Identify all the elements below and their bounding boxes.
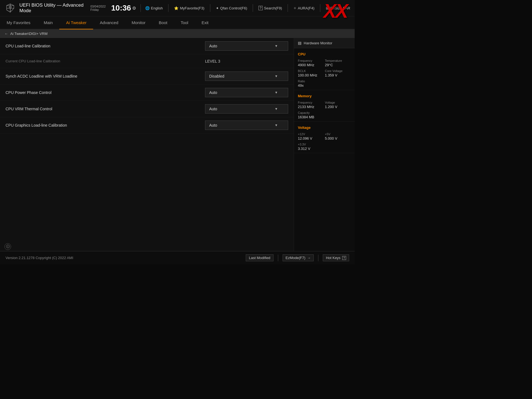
search-label: Search(F9) xyxy=(264,6,282,10)
breadcrumb: ← Ai Tweaker\DIGI+ VRM xyxy=(0,29,355,38)
ctrl-divider-3 xyxy=(253,4,253,12)
cpu-ratio-value: 49x xyxy=(298,83,324,88)
cpu-temperature-block: Temperature 29°C xyxy=(325,59,351,67)
cpu-power-phase-dropdown[interactable]: Auto ▼ xyxy=(205,88,288,97)
cpu-vrm-thermal-value: Auto xyxy=(209,107,217,111)
mem-capacity-block: Capacity 16384 MB xyxy=(298,111,324,119)
qfan-control[interactable]: ✦ Qfan Control(F6) xyxy=(216,6,247,10)
v12-label: +12V xyxy=(298,132,324,136)
monitor-icon: ▤ xyxy=(298,41,301,45)
content-wrapper: CPU Load-line Calibration Auto ▼ Current… xyxy=(0,38,355,251)
aura-label: AURA(F4) xyxy=(298,6,314,10)
myfavorite-label: MyFavorite(F3) xyxy=(180,6,204,10)
rog-logo: XX xyxy=(316,0,355,22)
nav-advanced[interactable]: Advanced xyxy=(93,16,125,29)
search-icon: ? xyxy=(259,6,263,10)
synch-acdc-select[interactable]: Disabled ▼ xyxy=(205,71,288,81)
header-divider xyxy=(140,4,141,12)
info-icon-area: ⓘ xyxy=(4,243,11,250)
nav-monitor[interactable]: Monitor xyxy=(125,16,152,29)
qfan-label: Qfan Control(F6) xyxy=(220,6,247,10)
fan-icon: ✦ xyxy=(216,6,219,10)
v5-block: +5V 5.000 V xyxy=(325,132,351,140)
ezmode-icon: → xyxy=(307,256,311,260)
mem-voltage-block: Voltage 1.200 V xyxy=(325,101,351,109)
navbar: My Favorites Main Ai Tweaker Advanced Mo… xyxy=(0,16,355,29)
mem-capacity-value: 16384 MB xyxy=(298,115,324,119)
nav-my-favorites[interactable]: My Favorites xyxy=(0,16,37,29)
footer-divider-1 xyxy=(278,255,278,261)
cpu-bclk-label: BCLK xyxy=(298,69,324,73)
breadcrumb-back-button[interactable]: ← xyxy=(4,32,8,36)
synch-acdc-value: Disabled xyxy=(209,74,224,78)
setting-row-cpu-graphics-loadline: CPU Graphics Load-line Calibration Auto … xyxy=(0,117,294,134)
header: UEFI BIOS Utility — Advanced Mode 03/04/… xyxy=(0,0,355,16)
last-modified-button[interactable]: Last Modified xyxy=(246,254,273,261)
cpu-vrm-thermal-dropdown[interactable]: Auto ▼ xyxy=(205,104,288,114)
settings-panel: CPU Load-line Calibration Auto ▼ Current… xyxy=(0,38,294,251)
cpu-loadline-cal-select[interactable]: Auto ▼ xyxy=(205,41,288,51)
svg-rect-1 xyxy=(9,6,12,8)
cpu-graphics-loadline-label: CPU Graphics Load-line Calibration xyxy=(6,123,205,127)
mem-frequency-value: 2133 MHz xyxy=(298,105,324,109)
nav-exit[interactable]: Exit xyxy=(195,16,215,29)
ctrl-divider-4 xyxy=(288,4,288,12)
search-control[interactable]: ? Search(F9) xyxy=(259,6,282,10)
current-loadline-label: Current CPU Load-line Calibration xyxy=(6,59,205,63)
cpu-loadline-cal-dropdown[interactable]: Auto ▼ xyxy=(205,41,288,51)
info-button[interactable]: ⓘ xyxy=(4,243,11,250)
nav-boot[interactable]: Boot xyxy=(152,16,174,29)
dropdown-arrow-1: ▼ xyxy=(275,44,278,48)
cpu-power-phase-select[interactable]: Auto ▼ xyxy=(205,88,288,97)
v5-value: 5.000 V xyxy=(325,136,351,140)
mem-voltage-value: 1.200 V xyxy=(325,105,351,109)
current-loadline-value: LEVEL 3 xyxy=(205,59,288,63)
memory-section-title: Memory xyxy=(298,94,351,98)
aura-icon: ✧ xyxy=(293,6,296,10)
sidebar-cpu-section: CPU Frequency 4900 MHz Temperature 29°C … xyxy=(294,48,355,90)
cpu-graphics-loadline-dropdown[interactable]: Auto ▼ xyxy=(205,121,288,130)
footer-version: Version 2.21.1278 Copyright (C) 2022 AMI xyxy=(6,256,73,260)
v12-block: +12V 12.096 V xyxy=(298,132,324,140)
ctrl-divider-2 xyxy=(210,4,210,12)
footer-right: Last Modified EzMode(F7) → Hot Keys ? xyxy=(246,254,349,261)
ezmode-button[interactable]: EzMode(F7) → xyxy=(283,254,314,261)
aura-control[interactable]: ✧ AURA(F4) xyxy=(293,6,314,10)
language-label: English xyxy=(151,6,163,10)
breadcrumb-path: Ai Tweaker\DIGI+ VRM xyxy=(10,32,48,36)
dropdown-arrow-3: ▼ xyxy=(275,91,278,94)
cpu-frequency-block: Frequency 4900 MHz xyxy=(298,59,324,67)
nav-main[interactable]: Main xyxy=(37,16,60,29)
time-display: 10:36 xyxy=(111,4,131,12)
cpu-loadline-cal-value: Auto xyxy=(209,44,217,48)
cpu-bclk-block: BCLK 100.00 MHz xyxy=(298,69,324,77)
voltage-stats-grid: +12V 12.096 V +5V 5.000 V +3.3V 3.312 V xyxy=(298,132,351,151)
hotkeys-label: Hot Keys xyxy=(326,256,341,260)
hotkeys-button[interactable]: Hot Keys ? xyxy=(323,254,349,261)
star-icon: ⭐ xyxy=(174,6,178,10)
cpu-bclk-value: 100.00 MHz xyxy=(298,73,324,77)
ctrl-divider-1 xyxy=(168,4,168,12)
synch-acdc-dropdown[interactable]: Disabled ▼ xyxy=(205,71,288,81)
time-block: 10:36 ⚙ xyxy=(111,4,136,12)
myfavorite-control[interactable]: ⭐ MyFavorite(F3) xyxy=(174,6,204,10)
cpu-ratio-label: Ratio xyxy=(298,80,324,83)
setting-row-cpu-vrm-thermal: CPU VRM Thermal Control Auto ▼ xyxy=(0,101,294,117)
cpu-power-phase-label: CPU Power Phase Control xyxy=(6,90,205,95)
nav-tool[interactable]: Tool xyxy=(174,16,195,29)
dropdown-arrow-5: ▼ xyxy=(275,123,278,127)
cpu-vrm-thermal-label: CPU VRM Thermal Control xyxy=(6,107,205,111)
asus-logo xyxy=(4,2,16,14)
v5-label: +5V xyxy=(325,132,351,136)
cpu-vrm-thermal-select[interactable]: Auto ▼ xyxy=(205,104,288,114)
mem-voltage-label: Voltage xyxy=(325,101,351,104)
cpu-graphics-loadline-select[interactable]: Auto ▼ xyxy=(205,121,288,130)
settings-gear-icon[interactable]: ⚙ xyxy=(132,6,136,11)
sidebar-title-bar: ▤ Hardware Monitor xyxy=(294,38,355,48)
cpu-core-voltage-label: Core Voltage xyxy=(325,69,351,73)
globe-icon: 🌐 xyxy=(145,6,150,10)
nav-ai-tweaker[interactable]: Ai Tweaker xyxy=(59,16,93,29)
hotkeys-icon: ? xyxy=(342,256,346,260)
language-control[interactable]: 🌐 English xyxy=(145,6,163,10)
voltage-section-title: Voltage xyxy=(298,126,351,130)
